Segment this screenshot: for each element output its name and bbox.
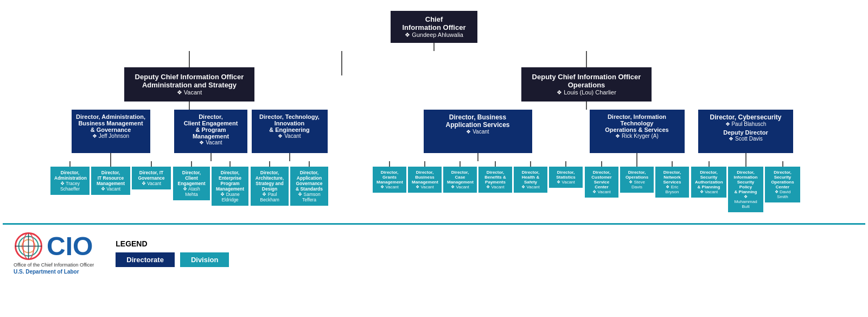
logo-section: CIO Office of the Chief Information Offi… bbox=[14, 231, 94, 275]
legend-division: Division bbox=[180, 252, 229, 267]
dir-tech-node: Director, Technology,Innovation& Enginee… bbox=[252, 110, 328, 153]
leaf-bas-hs: Director,Health &Safety ❖ Vacant bbox=[514, 167, 547, 193]
leaf-client-epm-name: ❖ Duane Eldridge bbox=[215, 192, 245, 202]
leaf-cyber-soc-col: Director,SecurityOperationsCenter ❖ Davi… bbox=[765, 161, 800, 202]
dir-tech-vline bbox=[289, 153, 290, 161]
dir-client-leaves: Director,ClientEngagement ❖ Atash Mehta bbox=[173, 161, 248, 206]
vline-to-dcio-admin bbox=[189, 51, 190, 67]
dir-bas-name: ❖ Vacant bbox=[428, 129, 528, 135]
dir-admin-leaves: Director,Administration ❖ Tracey Schaeff… bbox=[50, 161, 171, 195]
footer: CIO Office of the Chief Information Offi… bbox=[3, 223, 865, 281]
leaf-itos-ops-name: ❖ Steve Davis bbox=[624, 180, 650, 189]
dir-admin-name: ❖ Jeff Johnson bbox=[76, 133, 146, 139]
leaf-client-epm-col: Director,EnterpriseProgramManagement ❖ D… bbox=[212, 161, 248, 206]
leaf-cyber-sa-title: Director,SecurityAuthorization& Planning bbox=[695, 170, 723, 189]
leaf-bas-hs-col: Director,Health &Safety ❖ Vacant bbox=[514, 161, 547, 193]
dcio-admin-vline bbox=[189, 102, 190, 110]
leaf-tech-aad-col: Director,Architecture,Strategy andDesign… bbox=[251, 161, 289, 206]
cio-circle-logo bbox=[14, 231, 43, 261]
cio-name: ❖ Gundeep Ahluwalia bbox=[396, 31, 472, 39]
dcio-admin-subtree: Deputy Chief Information OfficerAdminist… bbox=[37, 51, 341, 206]
leaf-tech-apg-col: Director,ApplicationGovernance& Standard… bbox=[290, 161, 328, 206]
leaf-client-epm-title: Director,EnterpriseProgramManagement bbox=[215, 170, 245, 192]
leaf-admin-itres-title: Director,IT ResourceManagement bbox=[95, 170, 126, 186]
leaf-tech-aad-title: Director,Architecture,Strategy andDesign bbox=[254, 170, 285, 192]
leaf-admin-itres-col: Director,IT ResourceManagement ❖ Vacant bbox=[91, 161, 130, 195]
dir-bas-title: Director, BusinessApplication Services bbox=[428, 113, 528, 129]
dir-itos-subtree: Director, InformationTechnologyOperation… bbox=[585, 110, 689, 198]
dir-bas-subtree: Director, BusinessApplication Services ❖… bbox=[373, 110, 583, 193]
leaf-bas-bm-title: Director,BusinessManagement bbox=[412, 170, 438, 185]
leaf-tech-aad-name: ❖ Paul Beckham bbox=[254, 192, 285, 202]
leaf-cyber-sa-name: ❖ Vacant bbox=[695, 189, 723, 194]
leaf-bas-grants-col: Director,GrantsManagement ❖ Vacant bbox=[373, 161, 406, 193]
l1-row-wrapper: Deputy Chief Information OfficerAdminist… bbox=[11, 51, 857, 212]
dir-client-node: Director,Client Engagement& ProgramManag… bbox=[174, 110, 247, 153]
leaf-bas-grants-name: ❖ Vacant bbox=[376, 185, 403, 189]
dcio-ops-name: ❖ Louis (Lou) Charlier bbox=[527, 89, 646, 96]
dcio-ops-subtree: Deputy Chief Information OfficerOperatio… bbox=[342, 51, 831, 212]
leaf-itos-net-title: Director,NetworkServices bbox=[659, 170, 685, 185]
leaf-admin-admin-name: ❖ Tracey Schaeffer bbox=[54, 181, 86, 192]
leaf-tech-aad: Director,Architecture,Strategy andDesign… bbox=[251, 167, 289, 206]
leaf-cyber-soc-name: ❖ David Smith bbox=[769, 189, 796, 199]
leaf-client-ce-col: Director,ClientEngagement ❖ Atash Mehta bbox=[173, 161, 210, 200]
leaf-itos-csc-col: Director,CustomerServiceCenter ❖ Vacant bbox=[585, 161, 618, 198]
leaf-bas-hs-name: ❖ Vacant bbox=[518, 185, 544, 189]
leaf-itos-csc-title: Director,CustomerServiceCenter bbox=[589, 170, 615, 189]
dcio-ops-title: Deputy Chief Information OfficerOperatio… bbox=[527, 73, 646, 89]
dcio-admin-node: Deputy Chief Information OfficerAdminist… bbox=[124, 67, 254, 102]
leaf-bas-bm: Director,BusinessManagement ❖ Vacant bbox=[408, 167, 442, 193]
leaf-cyber-sa-col: Director,SecurityAuthorization& Planning… bbox=[691, 161, 726, 198]
leaf-bas-bp: Director,Benefits &Payments ❖ Vacant bbox=[478, 167, 512, 193]
leaf-admin-itgov-col: Director, ITGovernance ❖ Vacant bbox=[132, 161, 171, 189]
vline-to-dcio-ops bbox=[586, 51, 587, 67]
l1-connector: Deputy Chief Information OfficerAdminist… bbox=[11, 51, 857, 212]
dir-cyber-deputy-name: ❖ Scott Davis bbox=[703, 136, 789, 142]
leaf-cyber-isp-name: ❖ Muhammad Butt bbox=[732, 194, 760, 209]
dir-itos-leaves: Director,CustomerServiceCenter ❖ Vacant bbox=[585, 161, 689, 198]
leaf-admin-itgov: Director, ITGovernance ❖ Vacant bbox=[132, 167, 171, 189]
l2-admin-row: Director, Administration,Business Manage… bbox=[50, 110, 328, 206]
leaf-bas-cm: Director,CaseManagement ❖ Vacant bbox=[443, 167, 477, 193]
leaf-client-ce: Director,ClientEngagement ❖ Atash Mehta bbox=[173, 167, 210, 200]
dir-admin-vline bbox=[110, 153, 111, 161]
leaf-admin-admin: Director,Administration ❖ Tracey Schaeff… bbox=[50, 167, 90, 195]
leaf-bas-bm-name: ❖ Vacant bbox=[412, 185, 438, 189]
cio-title: Chief Information Officer bbox=[396, 15, 472, 31]
leaf-vline3 bbox=[151, 161, 152, 167]
leaf-cyber-soc: Director,SecurityOperationsCenter ❖ Davi… bbox=[765, 167, 800, 202]
leaf-admin-itres-name: ❖ Vacant bbox=[95, 186, 126, 192]
leaf-itos-ops-title: Director,Operations bbox=[624, 170, 650, 180]
leaf-itos-csc-name: ❖ Vacant bbox=[589, 189, 615, 194]
dir-admin-subtree: Director, Administration,Business Manage… bbox=[50, 110, 171, 195]
org-chart-container: Chief Information Officer ❖ Gundeep Ahlu… bbox=[0, 0, 868, 287]
dir-cyber-leaves: Director,SecurityAuthorization& Planning… bbox=[691, 161, 800, 212]
leaf-admin-admin-col: Director,Administration ❖ Tracey Schaeff… bbox=[50, 161, 90, 195]
legend-items: Directorate Division bbox=[116, 252, 229, 267]
leaf-admin-itres: Director,IT ResourceManagement ❖ Vacant bbox=[91, 167, 130, 195]
dir-cyber-title: Director, Cybersecurity bbox=[703, 113, 789, 121]
logo-row: CIO bbox=[14, 231, 93, 261]
dir-itos-name: ❖ Rick Kryger (A) bbox=[594, 133, 680, 139]
leaf-cyber-isp-title: Director,InformationSecurity Policy& Pla… bbox=[732, 170, 760, 194]
leaf-itos-net-col: Director,NetworkServices ❖ Eric Bryson bbox=[655, 161, 689, 198]
dir-client-title: Director,Client Engagement& ProgramManag… bbox=[178, 113, 243, 140]
leaf-tech-apg-title: Director,ApplicationGovernance& Standard… bbox=[294, 170, 324, 192]
dcio-admin-title: Deputy Chief Information OfficerAdminist… bbox=[130, 73, 249, 89]
leaf-tech-apg: Director,ApplicationGovernance& Standard… bbox=[290, 167, 328, 206]
leaf-itos-net-name: ❖ Eric Bryson bbox=[659, 185, 685, 194]
leaf-bas-stats-title: Director,Statistics bbox=[553, 170, 579, 180]
dcio-ops-node: Deputy Chief Information OfficerOperatio… bbox=[521, 67, 652, 102]
leaf-tech-apg-name: ❖ Samson Teffera bbox=[294, 192, 324, 202]
leaf-bas-stats-name: ❖ Vacant bbox=[553, 180, 579, 185]
org-name-text: Office of the Chief Information Officer bbox=[14, 262, 94, 268]
dir-tech-title: Director, Technology,Innovation& Enginee… bbox=[256, 113, 323, 133]
cio-text: CIO bbox=[47, 233, 93, 259]
dir-cyber-node: Director, Cybersecurity ❖ Paul Blahusch … bbox=[698, 110, 793, 153]
org-chart-main: Chief Information Officer ❖ Gundeep Ahlu… bbox=[3, 5, 865, 218]
leaf-vline1 bbox=[69, 161, 71, 167]
dcio-admin-name: ❖ Vacant bbox=[130, 89, 249, 96]
leaf-cyber-soc-title: Director,SecurityOperationsCenter bbox=[769, 170, 796, 189]
dir-tech-leaves: Director,Architecture,Strategy andDesign… bbox=[251, 161, 328, 206]
